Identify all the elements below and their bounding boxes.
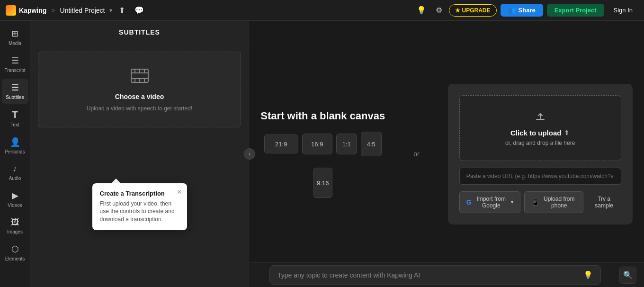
upload-actions: G Import from Google ▾ 📱 Upload from pho…	[459, 191, 621, 213]
aspect-ratio-9-16[interactable]: 9:16	[313, 168, 332, 198]
upload-drag-text: or, drag and drop a file here	[505, 140, 575, 146]
export-button[interactable]: Export Project	[547, 4, 604, 17]
videos-icon: ▶	[12, 190, 18, 201]
google-dropdown-icon: ▾	[511, 199, 513, 205]
blank-canvas-section: Start with a blank canvas 21:9 16:9 1:1 …	[260, 110, 385, 198]
tooltip-close-button[interactable]: ✕	[177, 188, 182, 196]
share-icon: 👥	[508, 7, 516, 14]
aspect-ratio-21-9[interactable]: 21:9	[264, 135, 298, 153]
import-google-button[interactable]: G Import from Google ▾	[459, 191, 520, 213]
sidebar-item-elements[interactable]: ⬡ Elements	[2, 240, 28, 265]
transcript-icon: ☰	[11, 55, 19, 66]
panel-collapse-button[interactable]: ‹	[244, 148, 255, 160]
video-upload-title: Choose a video	[115, 93, 164, 100]
video-upload-area[interactable]: Choose a video Upload a video with speec…	[38, 52, 241, 127]
upload-drop-zone[interactable]: Click to upload ⬆ or, drag and drop a fi…	[459, 95, 621, 161]
sidebar-item-text[interactable]: T Text	[2, 106, 28, 131]
left-sidebar: ⊞ Media ☰ Transcript ☰ Subtitles T Text …	[0, 21, 30, 287]
sidebar-item-media[interactable]: ⊞ Media	[2, 25, 28, 50]
upload-cloud-icon2: ⬆	[564, 129, 570, 136]
subtitles-panel: SUBTITLES Choose a video Upload a video …	[30, 21, 249, 287]
tooltip-text: First upload your video, then use the co…	[100, 200, 179, 224]
aspect-ratios-row: 21:9 16:9 1:1 4:5	[264, 132, 382, 156]
sidebar-item-videos[interactable]: ▶ Videos	[2, 187, 28, 212]
video-upload-subtitle: Upload a video with speech to get starte…	[87, 105, 192, 112]
project-name: Untitled Project	[60, 7, 105, 14]
blank-canvas-title: Start with a blank canvas	[260, 110, 385, 122]
upload-phone-button[interactable]: 📱 Upload from phone	[524, 191, 583, 213]
tooltip-box: ✕ Create a Transcription First upload yo…	[92, 183, 187, 230]
sidebar-item-images[interactable]: 🖼 Images	[2, 214, 28, 238]
tooltip-arrow	[111, 179, 121, 183]
logo[interactable]: Kapwing	[6, 5, 46, 16]
main-layout: ⊞ Media ☰ Transcript ☰ Subtitles T Text …	[0, 21, 644, 287]
sidebar-subtitles-label: Subtitles	[6, 95, 24, 100]
transcription-tooltip: ✕ Create a Transcription First upload yo…	[92, 179, 187, 230]
sidebar-media-label: Media	[9, 41, 21, 46]
topbar: Kapwing > Untitled Project ▾ ⬆ 💬 💡 ⚙ ★ U…	[0, 0, 644, 21]
ai-input-field[interactable]: Type any topic to create content with Ka…	[269, 265, 601, 285]
search-icon: 🔍	[623, 270, 633, 279]
aspect-ratio-16-9[interactable]: 16:9	[302, 134, 332, 154]
video-film-icon	[130, 67, 149, 88]
signin-button[interactable]: Sign In	[608, 4, 638, 17]
share-icon-btn[interactable]: ⬆	[116, 3, 128, 18]
upload-panel: Click to upload ⬆ or, drag and drop a fi…	[448, 84, 633, 224]
bulb-icon-btn[interactable]: 💡	[414, 3, 429, 18]
personas-icon: 👤	[10, 137, 20, 147]
sidebar-item-personas[interactable]: 👤 Personas	[2, 133, 28, 158]
project-dropdown-icon[interactable]: ▾	[109, 7, 112, 14]
sidebar-images-label: Images	[7, 229, 23, 234]
bottom-bar: Type any topic to create content with Ka…	[249, 262, 644, 287]
sidebar-videos-label: Videos	[8, 203, 22, 208]
search-button[interactable]: 🔍	[619, 267, 636, 284]
elements-icon: ⬡	[11, 244, 19, 254]
upload-click-text: Click to upload	[510, 129, 562, 137]
ai-lightbulb-icon: 💡	[583, 270, 593, 279]
canvas-area: Start with a blank canvas 21:9 16:9 1:1 …	[249, 21, 644, 287]
try-sample-button[interactable]: Try a sample	[587, 192, 621, 213]
panel-title: SUBTITLES	[30, 21, 249, 44]
tooltip-title: Create a Transcription	[100, 190, 179, 197]
breadcrumb-separator: >	[51, 7, 55, 14]
sidebar-item-transcript[interactable]: ☰ Transcript	[2, 52, 28, 77]
audio-icon: ♪	[13, 164, 17, 174]
upgrade-star-icon: ★	[455, 7, 460, 14]
sidebar-item-audio[interactable]: ♪ Audio	[2, 160, 28, 185]
aspect-ratio-1-1[interactable]: 1:1	[336, 134, 357, 154]
upgrade-label: UPGRADE	[462, 7, 491, 14]
ai-input-placeholder: Type any topic to create content with Ka…	[277, 271, 420, 279]
media-icon: ⊞	[11, 28, 18, 39]
sidebar-text-label: Text	[10, 122, 19, 127]
text-icon: T	[12, 109, 18, 120]
logo-text: Kapwing	[19, 7, 46, 14]
upgrade-button[interactable]: ★ UPGRADE	[449, 4, 497, 17]
phone-icon: 📱	[531, 198, 539, 206]
or-divider: or	[413, 150, 419, 158]
sidebar-audio-label: Audio	[9, 176, 21, 181]
sidebar-elements-label: Elements	[5, 256, 25, 261]
sidebar-transcript-label: Transcript	[4, 68, 25, 73]
subtitles-icon: ☰	[11, 82, 19, 93]
images-icon: 🖼	[11, 217, 19, 227]
share-button[interactable]: 👥 Share	[501, 4, 543, 17]
upload-cloud-icon	[534, 110, 547, 126]
caption-icon-btn[interactable]: 💬	[132, 3, 147, 18]
aspect-ratio-4-5[interactable]: 4:5	[361, 132, 382, 156]
settings-icon-btn[interactable]: ⚙	[433, 3, 445, 18]
url-input[interactable]	[459, 168, 621, 185]
sidebar-personas-label: Personas	[5, 149, 25, 154]
google-icon: G	[466, 198, 472, 206]
kapwing-logo-icon	[6, 5, 16, 16]
sidebar-item-subtitles[interactable]: ☰ Subtitles	[2, 79, 28, 104]
